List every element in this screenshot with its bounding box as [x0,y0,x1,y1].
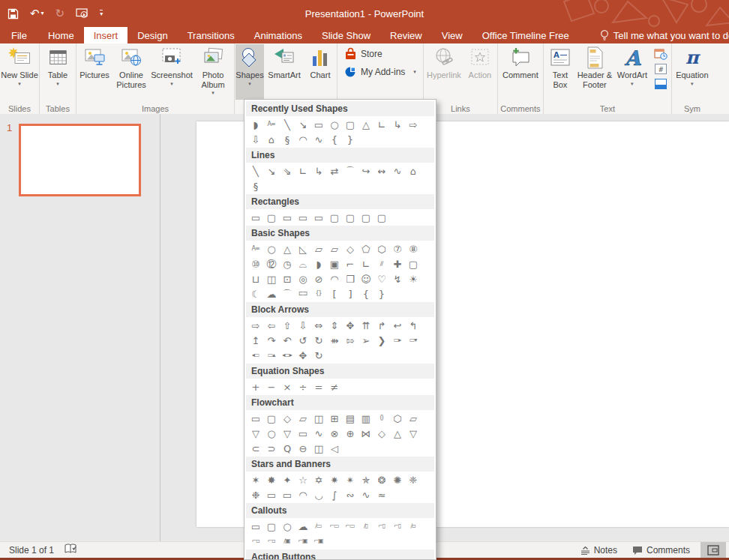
teardrop[interactable]: ◗ [248,117,263,132]
dodecagon[interactable]: ⑫ [263,256,279,271]
plaque[interactable]: ▢ [405,256,421,271]
header-footer-button[interactable]: Header & Footer [576,44,614,100]
right-arrow[interactable]: ⇨ [248,318,263,333]
plus[interactable]: + [248,379,263,394]
decagon[interactable]: ⑩ [248,256,263,271]
card[interactable]: ▭ [295,426,310,441]
up-down-arrow[interactable]: ⇕ [326,318,342,333]
scribble[interactable]: § [279,132,295,147]
spell-check-button[interactable] [64,544,77,557]
tab-slide-show[interactable]: Slide Show [312,27,380,43]
line-callout-2-border-and-accent-bar[interactable]: ⌐▣ [295,534,310,549]
tab-file[interactable]: File [0,27,38,43]
star-8-point[interactable]: ✴ [342,472,358,487]
shapes-button[interactable]: Shapes ▾ [236,44,264,100]
rectangle[interactable]: ▭ [248,210,263,225]
left-arrow[interactable]: ⇦ [263,318,279,333]
arc[interactable]: ◠ [295,132,310,147]
oval[interactable]: ○ [263,241,279,256]
heptagon[interactable]: ⑦ [389,241,405,256]
line-arrow[interactable]: ↘ [295,117,310,132]
curved-up-ribbon[interactable]: ◠ [295,487,310,502]
no-symbol[interactable]: ⊘ [310,271,326,286]
collate[interactable]: ⋈ [358,426,374,441]
smiley-face[interactable]: ☺ [358,271,374,286]
star-6-point[interactable]: ✡ [310,472,326,487]
data[interactable]: ▱ [295,411,310,426]
comment-button[interactable]: Comment [499,44,542,100]
tab-animations[interactable]: Animations [244,27,312,43]
heart[interactable]: ♡ [374,271,389,286]
online-pictures-button[interactable]: Online Pictures [112,44,151,100]
curve[interactable]: ∿ [310,132,326,147]
customize-qat-button[interactable]: ▾ [100,10,103,17]
rounded-rectangle[interactable]: ▢ [342,117,358,132]
explosion-2[interactable]: ✸ [263,472,279,487]
oval-callout[interactable]: ○ [279,519,295,534]
curved-connector[interactable]: ⌒ [342,163,358,178]
tell-me-box[interactable]: Tell me what you want to do... [600,27,729,43]
line-callout-1-accent-bar[interactable]: ∕▯ [358,519,374,534]
table-button[interactable]: Table ▾ [40,44,75,100]
quad-arrow[interactable]: ✥ [342,318,358,333]
star-16-point[interactable]: ✺ [389,472,405,487]
line[interactable]: ╲ [248,163,263,178]
alternate-process[interactable]: ▢ [263,411,279,426]
down-ribbon[interactable]: ▭ [279,487,295,502]
donut[interactable]: ◎ [295,271,310,286]
right-brace[interactable]: } [374,286,389,301]
rectangle[interactable]: ▭ [310,117,326,132]
sequential-access-storage[interactable]: Q [279,441,295,456]
chevron[interactable]: ❯ [374,333,389,348]
connector[interactable]: ○ [263,426,279,441]
text-box-button[interactable]: A Text Box [544,44,576,100]
manual-operation[interactable]: ▽ [248,426,263,441]
snip-same-side-corner-rectangle[interactable]: ▭ [295,210,310,225]
elbow-connector[interactable]: ∟ [374,117,389,132]
down-arrow[interactable]: ⇩ [295,318,310,333]
elbow-connector[interactable]: ∟ [295,163,310,178]
date-and-time-button[interactable] [652,47,669,60]
round-diagonal-corner-rectangle[interactable]: ▢ [374,210,389,225]
multiplication[interactable]: × [279,379,295,394]
curved-up-arrow[interactable]: ↺ [295,333,310,348]
line-callout-3-border-and-accent-bar[interactable]: ⌐▣ [310,534,326,549]
round-same-side-corner-rectangle[interactable]: ▢ [358,210,374,225]
block-arc[interactable]: ◠ [326,271,342,286]
star-10-point[interactable]: ✯ [358,472,374,487]
up-arrow[interactable]: ⇧ [279,318,295,333]
preparation[interactable]: ⬡ [389,411,405,426]
curved-down-arrow[interactable]: ↻ [310,333,326,348]
delay[interactable]: ⊃ [263,441,279,456]
summing-junction[interactable]: ⊗ [326,426,342,441]
octagon[interactable]: ⑧ [405,241,421,256]
isosceles-triangle[interactable]: △ [358,117,374,132]
punched-tape[interactable]: ∿ [310,426,326,441]
arc[interactable]: ⌒ [279,286,295,301]
u-turn-arrow[interactable]: ↩ [389,318,405,333]
predefined-process[interactable]: ◫ [310,411,326,426]
internal-storage[interactable]: ⊞ [326,411,342,426]
curved-down-ribbon[interactable]: ◡ [310,487,326,502]
sort[interactable]: ◇ [374,426,389,441]
cloud-callout[interactable]: ☁ [295,519,310,534]
notched-right-arrow[interactable]: ⇰ [342,333,358,348]
teardrop[interactable]: ◗ [310,256,326,271]
left-brace[interactable]: { [358,286,374,301]
direct-access-storage[interactable]: ◫ [310,441,326,456]
diagonal-stripe[interactable]: ∕∕ [374,256,389,271]
store-button[interactable]: Store [344,47,416,60]
slide-1-thumbnail[interactable] [19,124,141,196]
line-callout-1-border-and-accent-bar[interactable]: ∕▣ [279,534,295,549]
curved-arrow-connector[interactable]: ↪ [358,163,374,178]
text-box[interactable]: A≡ [248,241,263,256]
folded-corner[interactable]: ❒ [342,271,358,286]
start-from-beginning-button[interactable] [76,8,88,19]
line-callout-2-no-border[interactable]: ⌐▫ [248,534,263,549]
lightning-bolt[interactable]: ↯ [389,271,405,286]
document[interactable]: ▤ [342,411,358,426]
line-callout-3[interactable]: ⌐▭ [342,519,358,534]
undo-button[interactable]: ↶▾ [30,8,44,19]
star-12-point[interactable]: ❂ [374,472,389,487]
bevel[interactable]: ⊡ [279,271,295,286]
